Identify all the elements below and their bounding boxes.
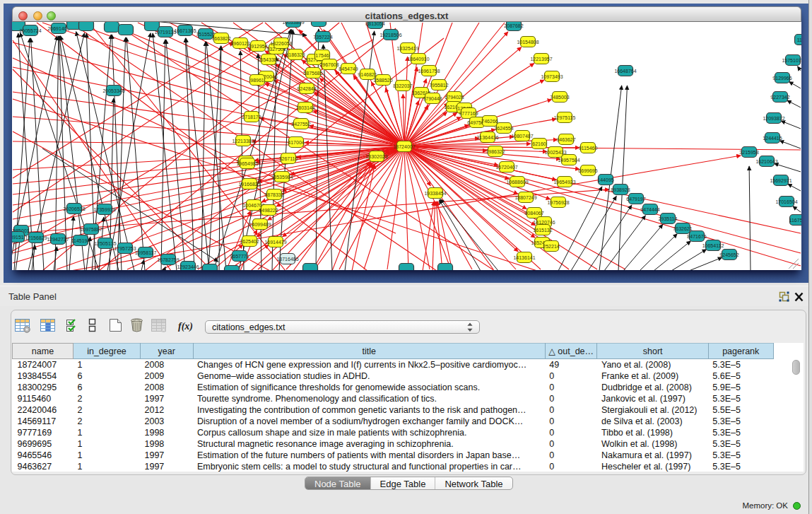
svg-text:19338454: 19338454: [424, 191, 446, 196]
svg-text:2087682: 2087682: [504, 23, 523, 28]
svg-text:10973493: 10973493: [541, 74, 563, 79]
svg-text:10975887: 10975887: [80, 227, 102, 232]
svg-text:417004: 417004: [288, 140, 304, 145]
svg-text:9463627: 9463627: [556, 137, 575, 142]
svg-text:9129966: 9129966: [772, 76, 792, 81]
svg-text:5498222: 5498222: [259, 208, 278, 213]
svg-text:9657771: 9657771: [230, 254, 249, 259]
svg-text:1244415: 1244415: [763, 136, 782, 141]
svg-text:12975115: 12975115: [554, 115, 576, 120]
svg-text:10654112: 10654112: [702, 243, 724, 248]
svg-text:8471676: 8471676: [687, 234, 706, 239]
svg-text:16961758: 16961758: [418, 69, 440, 74]
svg-text:19218506: 19218506: [379, 33, 401, 37]
svg-text:7357224: 7357224: [313, 35, 332, 40]
svg-text:16033809: 16033809: [282, 22, 304, 25]
svg-text:16648764: 16648764: [614, 69, 636, 74]
svg-text:17546: 17546: [315, 53, 329, 58]
svg-text:144095: 144095: [597, 177, 613, 182]
svg-text:13716485: 13716485: [276, 257, 298, 262]
svg-text:6794028: 6794028: [445, 95, 464, 100]
svg-text:10807487: 10807487: [511, 134, 533, 139]
svg-text:15692971: 15692971: [770, 178, 792, 183]
svg-text:19166825: 19166825: [238, 182, 260, 187]
svg-text:14099489: 14099489: [249, 222, 271, 227]
svg-text:17359938: 17359938: [93, 207, 115, 212]
svg-text:14136141: 14136141: [513, 255, 535, 260]
svg-text:12156829: 12156829: [25, 235, 47, 240]
svg-text:8186328: 8186328: [286, 52, 305, 57]
svg-text:3215958: 3215958: [739, 150, 758, 155]
svg-text:3624554: 3624554: [494, 126, 513, 131]
svg-text:20053346: 20053346: [102, 88, 124, 93]
svg-text:1145194: 1145194: [71, 238, 90, 243]
svg-text:12213383: 12213383: [232, 139, 254, 144]
svg-text:19654985: 19654985: [236, 161, 258, 166]
svg-text:17016504: 17016504: [775, 199, 797, 204]
svg-text:16543382: 16543382: [257, 57, 279, 62]
svg-text:17957253: 17957253: [114, 246, 136, 251]
svg-text:8322037: 8322037: [393, 83, 412, 88]
svg-text:16782759: 16782759: [157, 257, 179, 262]
svg-text:18807249: 18807249: [514, 195, 536, 200]
svg-text:8427552: 8427552: [291, 122, 310, 127]
svg-text:18724007: 18724007: [393, 144, 415, 149]
svg-text:20206538: 20206538: [63, 206, 85, 211]
svg-text:7955812: 7955812: [429, 83, 448, 88]
svg-text:5875685: 5875685: [303, 71, 322, 76]
svg-text:5878332: 5878332: [264, 192, 283, 197]
svg-text:116753: 116753: [789, 218, 801, 223]
svg-text:14120746: 14120746: [533, 220, 555, 225]
svg-text:7663822: 7663822: [211, 36, 230, 41]
svg-text:39151: 39151: [12, 235, 24, 240]
svg-text:15751074: 15751074: [782, 58, 801, 63]
svg-text:9245652: 9245652: [719, 252, 739, 257]
svg-text:8912954: 8912954: [248, 44, 267, 49]
svg-text:8454749: 8454749: [339, 66, 358, 71]
svg-text:16671365: 16671365: [174, 28, 196, 33]
svg-text:7803144: 7803144: [295, 105, 314, 110]
svg-text:2718170: 2718170: [242, 115, 261, 119]
svg-text:62160: 62160: [532, 141, 546, 146]
svg-text:13535984: 13535984: [271, 175, 293, 180]
svg-text:15720407: 15720407: [495, 165, 517, 170]
svg-text:7986322: 7986322: [486, 149, 505, 154]
svg-text:6699695: 6699695: [578, 168, 597, 173]
svg-text:7632621: 7632621: [673, 226, 692, 231]
svg-text:13226058: 13226058: [270, 41, 292, 46]
svg-text:19756928: 19756928: [547, 200, 569, 205]
svg-text:9777169: 9777169: [459, 111, 478, 116]
svg-text:252214: 252214: [543, 244, 559, 249]
svg-text:9146821: 9146821: [358, 72, 377, 77]
svg-text:18640910: 18640910: [407, 57, 429, 62]
svg-text:14957584: 14957584: [558, 158, 579, 163]
svg-text:12923446: 12923446: [177, 264, 199, 269]
svg-text:8960123: 8960123: [230, 41, 249, 46]
svg-text:23302023: 23302023: [365, 154, 387, 159]
svg-text:3267110: 3267110: [279, 156, 298, 161]
svg-text:6479197: 6479197: [626, 197, 645, 201]
svg-text:2967608: 2967608: [319, 62, 339, 67]
svg-text:10958117: 10958117: [135, 250, 157, 255]
svg-text:98961: 98961: [250, 78, 264, 83]
svg-text:21364436: 21364436: [476, 135, 498, 140]
svg-text:1588520: 1588520: [373, 78, 392, 83]
svg-text:746266: 746266: [481, 119, 498, 124]
svg-text:7625402: 7625402: [240, 239, 259, 244]
svg-text:12942737: 12942737: [47, 237, 69, 242]
svg-text:19654923: 19654923: [553, 180, 575, 185]
svg-text:10719135: 10719135: [154, 30, 176, 35]
svg-text:1615132: 1615132: [533, 228, 552, 233]
svg-text:10025433: 10025433: [544, 150, 566, 155]
svg-text:8813054: 8813054: [365, 22, 384, 26]
svg-text:12213957: 12213957: [530, 57, 552, 62]
svg-text:9242848: 9242848: [297, 86, 316, 91]
svg-text:2935114: 2935114: [659, 216, 678, 221]
svg-text:f(x): f(x): [178, 321, 193, 332]
svg-text:10154808: 10154808: [517, 40, 539, 45]
svg-text:9474444: 9474444: [640, 207, 659, 212]
svg-text:16210643: 16210643: [755, 159, 777, 164]
svg-text:9227342: 9227342: [770, 95, 789, 100]
svg-text:12505135: 12505135: [94, 241, 116, 246]
svg-text:9084067: 9084067: [524, 211, 543, 216]
